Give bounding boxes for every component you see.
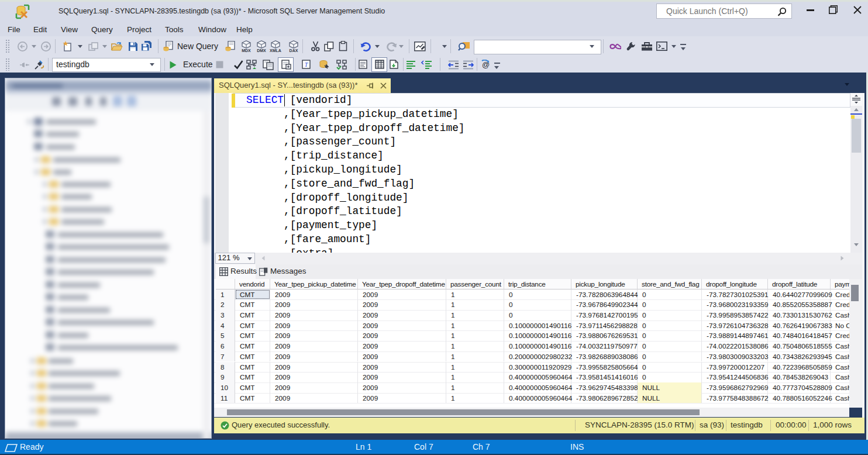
svg-text:XMLA: XMLA bbox=[270, 49, 281, 53]
svg-text:MDX: MDX bbox=[242, 49, 251, 53]
svg-text:DAX: DAX bbox=[290, 49, 298, 53]
svg-text:DMX: DMX bbox=[257, 49, 266, 53]
